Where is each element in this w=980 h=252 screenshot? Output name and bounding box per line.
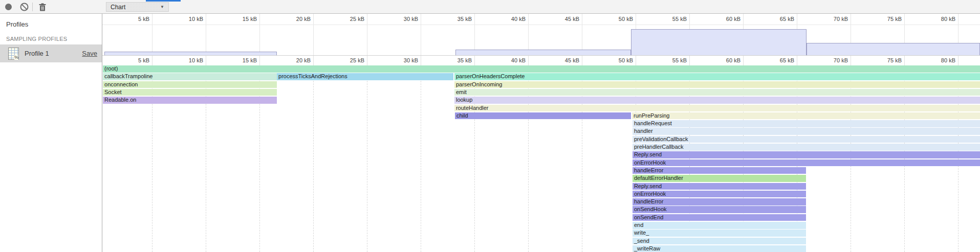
gridline	[528, 14, 529, 55]
frame-handleerror[interactable]: handleError	[633, 198, 806, 205]
frame-onerrorhook[interactable]: onErrorHook	[633, 159, 980, 167]
gridline	[313, 65, 314, 252]
gridline	[958, 56, 959, 65]
trash-glyph	[39, 3, 46, 11]
record-icon[interactable]	[3, 0, 13, 14]
frame-onerrorhook[interactable]: onErrorHook	[633, 191, 806, 198]
gridline	[582, 14, 582, 55]
ruler-tick-label: 40 kB	[511, 16, 526, 22]
ruler-tick-label: 20 kB	[296, 57, 311, 63]
frame--send[interactable]: _send	[633, 238, 806, 245]
ruler-tick-label: 25 kB	[350, 57, 364, 63]
ruler-tick-label: 20 kB	[296, 16, 311, 22]
frame-emit[interactable]: emit	[454, 89, 980, 96]
toolbar-separator	[32, 3, 33, 11]
record-dot	[5, 4, 12, 10]
gridline	[904, 56, 905, 65]
ruler-tick-label: 65 kB	[780, 16, 794, 22]
frame-prehandlercallback[interactable]: preHandlerCallback	[633, 144, 980, 151]
frame--root-[interactable]: (root)	[103, 65, 980, 73]
frame-handler[interactable]: handler	[633, 128, 980, 135]
ruler-tick-label: 50 kB	[619, 16, 633, 22]
gridline	[259, 14, 260, 55]
sidebar-item-profile-1[interactable]: % Profile 1 Save	[0, 44, 102, 62]
toolbar: Chart ▼	[0, 0, 980, 14]
frame-defaulterrorhandler[interactable]: defaultErrorHandler	[633, 175, 806, 182]
frame-child[interactable]: child	[455, 112, 631, 120]
trash-icon[interactable]	[37, 0, 48, 14]
sidebar-section-label: SAMPLING PROFILES	[6, 36, 67, 42]
frame-onsendend[interactable]: onSendEnd	[633, 214, 806, 221]
view-mode-value: Chart	[111, 4, 160, 11]
gridline	[367, 14, 367, 55]
profile-icon: %	[8, 48, 19, 60]
gridline	[474, 56, 475, 65]
ruler-tick-label: 40 kB	[511, 57, 526, 63]
frame-write-[interactable]: write_	[633, 230, 806, 237]
chevron-down-icon: ▼	[160, 5, 164, 9]
frame--writeraw[interactable]: _writeRaw	[633, 245, 806, 252]
gridline	[206, 14, 206, 55]
gridline	[689, 56, 690, 65]
gridline	[797, 56, 797, 65]
sidebar: Profiles SAMPLING PROFILES % Profile 1 S…	[0, 14, 102, 252]
frame-prevalidationcallback[interactable]: preValidationCallback	[633, 136, 980, 143]
ruler-tick-label: 30 kB	[404, 16, 418, 22]
ruler-tick-label: 75 kB	[887, 16, 902, 22]
frame-routehandler[interactable]: routeHandler	[454, 105, 980, 112]
gridline	[206, 56, 206, 65]
sidebar-title: Profiles	[6, 20, 28, 28]
ruler-tick-label: 45 kB	[565, 16, 579, 22]
percent-glyph: %	[14, 55, 18, 60]
frame-handleerror[interactable]: handleError	[633, 167, 806, 174]
frame-runpreparsing[interactable]: runPreParsing	[632, 112, 980, 120]
gridline	[313, 56, 314, 65]
frame-onconnection[interactable]: onconnection	[103, 81, 277, 88]
gridline	[313, 14, 314, 55]
view-mode-select[interactable]: Chart ▼	[106, 2, 169, 12]
gridline	[421, 14, 421, 55]
active-tab-indicator	[146, 0, 181, 2]
overview-area-segment	[807, 43, 980, 55]
frame-reply-send[interactable]: Reply.send	[633, 183, 806, 190]
frame-socket[interactable]: Socket	[103, 89, 277, 96]
ruler-tick-label: 5 kB	[138, 57, 149, 63]
overview-ruler-divider	[102, 25, 980, 25]
frame-onsendhook[interactable]: onSendHook	[633, 206, 806, 213]
ruler-tick-label: 55 kB	[672, 57, 687, 63]
ruler-tick-label: 75 kB	[887, 57, 902, 63]
frame-processticksandrejections[interactable]: processTicksAndRejections	[277, 73, 453, 80]
frame-parseronincoming[interactable]: parserOnIncoming	[454, 81, 980, 88]
gridline	[851, 56, 851, 65]
overview-flame-divider	[102, 55, 980, 56]
ruler-tick-label: 55 kB	[672, 16, 687, 22]
ruler-tick-label: 80 kB	[941, 57, 955, 63]
frame-readable-on[interactable]: Readable.on	[103, 97, 277, 104]
save-link[interactable]: Save	[82, 50, 97, 57]
ruler-tick-label: 5 kB	[138, 16, 149, 22]
ruler-tick-label: 30 kB	[404, 57, 418, 63]
gridline	[474, 14, 475, 55]
gridline	[367, 56, 367, 65]
ruler-tick-label: 60 kB	[726, 16, 741, 22]
frame-parseronheaderscomplete[interactable]: parserOnHeadersComplete	[454, 73, 980, 80]
ruler-tick-label: 35 kB	[458, 57, 472, 63]
ruler-tick-label: 10 kB	[189, 57, 203, 63]
ruler-tick-label: 70 kB	[834, 57, 848, 63]
ruler-tick-label: 15 kB	[243, 16, 257, 22]
gridline	[743, 56, 744, 65]
ruler-tick-label: 25 kB	[350, 16, 364, 22]
gridline	[528, 56, 529, 65]
frame-end[interactable]: end	[633, 222, 806, 229]
frame-callbacktrampoline[interactable]: callbackTrampoline	[103, 73, 277, 80]
ruler-tick-label: 50 kB	[619, 57, 633, 63]
ruler-tick-label: 80 kB	[941, 16, 955, 22]
clear-icon[interactable]	[18, 0, 30, 14]
frame-lookup[interactable]: lookup	[454, 97, 980, 104]
overview-area-segment	[455, 50, 631, 55]
frame-reply-send[interactable]: Reply.send	[633, 151, 980, 158]
frame-handlerequest[interactable]: handleRequest	[633, 120, 980, 127]
clear-glyph	[20, 3, 29, 11]
gridline	[636, 56, 636, 65]
gridline	[421, 56, 421, 65]
